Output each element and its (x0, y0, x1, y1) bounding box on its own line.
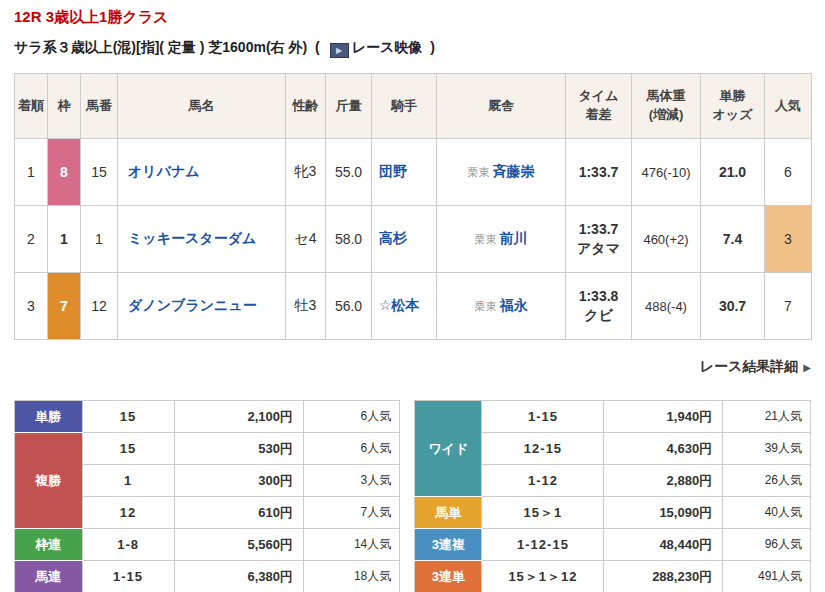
payout-popularity: 6人気 (304, 433, 400, 465)
payout-row: 複勝 15 530円 6人気 (15, 433, 400, 465)
horse-name-cell: オリバナム (118, 139, 286, 206)
payout-label-trio: 3連複 (415, 529, 482, 561)
detail-link-row: レース結果詳細▶ (14, 357, 811, 376)
finish-position: 3 (15, 273, 48, 340)
horse-name-link[interactable]: オリバナム (128, 163, 200, 179)
jockey-link[interactable]: ☆松本 (379, 297, 420, 313)
race-video-link[interactable]: レース映像 (352, 39, 423, 55)
col-horse-number: 馬番 (81, 74, 118, 139)
payout-amount: 1,940円 (604, 401, 723, 433)
payout-combo: 12-15 (482, 433, 604, 465)
horse-name-cell: ミッキースターダム (118, 206, 286, 273)
col-horse-weight: 馬体重(増減) (632, 74, 701, 139)
col-popularity: 人気 (765, 74, 812, 139)
payout-amount: 288,230円 (604, 561, 723, 592)
result-row-2: 2 1 1 ミッキースターダム セ4 58.0 高杉 栗東前川 1:33.7アタ… (15, 206, 812, 273)
payout-row: ワイド 1-15 1,940円 21人気 (415, 401, 811, 433)
payout-amount: 4,630円 (604, 433, 723, 465)
jockey-cell: 高杉 (372, 206, 437, 273)
payout-combo: 1 (82, 465, 174, 497)
race-video-icon[interactable]: ▶ (330, 43, 349, 58)
finish-time: 1:33.7 (568, 220, 629, 239)
payout-label-win: 単勝 (15, 401, 83, 433)
race-conditions-text: サラ系３歳以上(混)[指]( 定量 ) 芝1600m(右 外) (14, 39, 307, 55)
payout-combo: 15＞1＞12 (482, 561, 604, 592)
trainer-link[interactable]: 前川 (500, 230, 528, 246)
win-odds: 30.7 (701, 273, 765, 340)
sex-age: 牡3 (286, 273, 326, 340)
paren-close: ) (430, 39, 435, 55)
payout-combo: 15＞1 (482, 497, 604, 529)
payout-amount: 15,090円 (604, 497, 723, 529)
col-finish-position: 着順 (15, 74, 48, 139)
stable-region: 栗東 (475, 300, 497, 312)
payout-row: 単勝 15 2,100円 6人気 (15, 401, 400, 433)
payout-label-exacta: 馬単 (415, 497, 482, 529)
payout-row: 馬単 15＞1 15,090円 40人気 (415, 497, 811, 529)
stable-region: 栗東 (468, 166, 490, 178)
col-horse-name: 馬名 (118, 74, 286, 139)
payout-row: 3連単 15＞1＞12 288,230円 491人気 (415, 561, 811, 592)
time-margin-cell: 1:33.7 (566, 139, 632, 206)
payout-section: 単勝 15 2,100円 6人気 複勝 15 530円 6人気 1 300円 3… (14, 400, 811, 592)
col-weight-carried: 斤量 (326, 74, 372, 139)
payout-label-wide: ワイド (415, 401, 482, 497)
race-detail-link[interactable]: レース結果詳細▶ (700, 358, 811, 374)
weight-carried: 56.0 (326, 273, 372, 340)
payout-label-trifecta: 3連単 (415, 561, 482, 592)
payout-popularity: 14人気 (304, 529, 400, 561)
jockey-link[interactable]: 団野 (379, 163, 407, 179)
race-result-page: 12R 3歳以上1勝クラス サラ系３歳以上(混)[指]( 定量 ) 芝1600m… (0, 0, 825, 592)
payout-combo: 12 (82, 497, 174, 529)
trainer-link[interactable]: 福永 (500, 297, 528, 313)
payout-amount: 48,440円 (604, 529, 723, 561)
horse-number: 1 (81, 206, 118, 273)
stable-cell: 栗東斉藤崇 (437, 139, 566, 206)
col-stable: 厩舎 (437, 74, 566, 139)
race-conditions: サラ系３歳以上(混)[指]( 定量 ) 芝1600m(右 外) (▶レース映像 … (14, 39, 811, 58)
win-odds: 7.4 (701, 206, 765, 273)
payout-popularity: 26人気 (723, 465, 811, 497)
payout-combo: 15 (82, 433, 174, 465)
payout-popularity: 40人気 (723, 497, 811, 529)
col-time-margin: タイム着差 (566, 74, 632, 139)
jockey-link[interactable]: 高杉 (379, 230, 407, 246)
horse-weight: 460(+2) (632, 206, 701, 273)
payout-table-left: 単勝 15 2,100円 6人気 複勝 15 530円 6人気 1 300円 3… (14, 400, 400, 592)
finish-time: 1:33.7 (568, 163, 629, 182)
popularity: 7 (765, 273, 812, 340)
payout-label-quinella: 馬連 (15, 561, 83, 592)
horse-name-link[interactable]: ミッキースターダム (128, 230, 256, 246)
payout-combo: 1-8 (82, 529, 174, 561)
trainer-link[interactable]: 斉藤崇 (493, 163, 535, 179)
weight-carried: 58.0 (326, 206, 372, 273)
horse-weight: 476(-10) (632, 139, 701, 206)
payout-amount: 610円 (174, 497, 303, 529)
payout-popularity: 96人気 (723, 529, 811, 561)
payout-amount: 2,100円 (174, 401, 303, 433)
payout-table-right: ワイド 1-15 1,940円 21人気 12-15 4,630円 39人気 1… (414, 400, 811, 592)
horse-number: 15 (81, 139, 118, 206)
payout-popularity: 21人気 (723, 401, 811, 433)
frame-number: 1 (48, 206, 81, 273)
time-margin-cell: 1:33.7アタマ (566, 206, 632, 273)
finish-margin: アタマ (568, 239, 629, 258)
payout-label-place: 複勝 (15, 433, 83, 529)
payout-amount: 300円 (174, 465, 303, 497)
jockey-cell: ☆松本 (372, 273, 437, 340)
popularity: 3 (765, 206, 812, 273)
finish-margin: クビ (568, 306, 629, 325)
race-results-table: 着順 枠 馬番 馬名 性齢 斤量 騎手 厩舎 タイム着差 馬体重(増減) 単勝オ… (14, 73, 812, 340)
horse-name-link[interactable]: ダノンブランニュー (128, 297, 257, 313)
payout-row: 枠連 1-8 5,560円 14人気 (15, 529, 400, 561)
stable-region: 栗東 (475, 233, 497, 245)
col-sex-age: 性齢 (286, 74, 326, 139)
payout-popularity: 39人気 (723, 433, 811, 465)
col-win-odds: 単勝オッズ (701, 74, 765, 139)
weight-carried: 55.0 (326, 139, 372, 206)
popularity: 6 (765, 139, 812, 206)
finish-position: 2 (15, 206, 48, 273)
payout-popularity: 18人気 (304, 561, 400, 592)
payout-popularity: 3人気 (304, 465, 400, 497)
finish-position: 1 (15, 139, 48, 206)
